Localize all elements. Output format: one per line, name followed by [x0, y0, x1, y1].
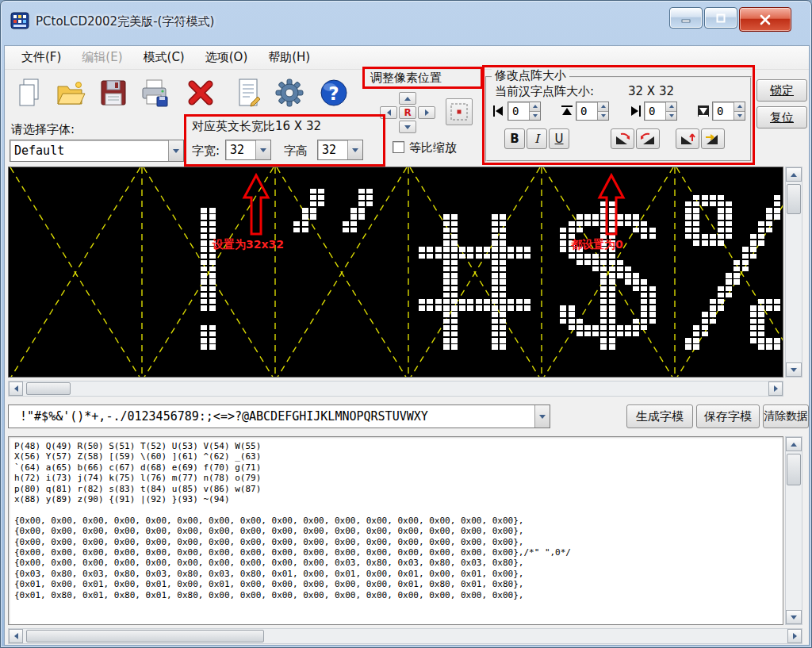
pixel-block[interactable]	[693, 208, 699, 213]
pixel-block[interactable]	[774, 338, 780, 343]
pixel-block[interactable]	[492, 228, 498, 232]
pixel-block[interactable]	[443, 312, 450, 316]
pixel-block[interactable]	[500, 221, 506, 226]
pixel-block[interactable]	[718, 305, 724, 310]
pixel-block[interactable]	[500, 293, 506, 297]
pixel-block[interactable]	[443, 260, 450, 265]
output-area[interactable]: P(48) Q(49) R(50) S(51) T(52) U(53) V(54…	[8, 436, 783, 625]
scroll-down-button[interactable]	[786, 610, 802, 624]
pixel-block[interactable]	[766, 208, 772, 213]
pixel-block[interactable]	[209, 344, 216, 349]
spin-up-button[interactable]	[666, 102, 676, 111]
pixel-block[interactable]	[625, 273, 631, 278]
pixel-block[interactable]	[641, 234, 647, 239]
pixel-block[interactable]	[766, 299, 772, 304]
menu-item-file[interactable]: 文件(F)	[11, 47, 71, 68]
pixel-block[interactable]	[609, 344, 615, 349]
pixel-block[interactable]	[633, 279, 639, 284]
pixel-block[interactable]	[451, 286, 458, 291]
pixel-block[interactable]	[576, 221, 583, 226]
pixel-block[interactable]	[693, 221, 699, 226]
pixel-block[interactable]	[492, 247, 498, 251]
pixel-block[interactable]	[774, 344, 780, 349]
pixel-block[interactable]	[459, 247, 465, 251]
pixel-block[interactable]	[435, 299, 442, 304]
pixel-block[interactable]	[600, 286, 607, 291]
pixel-block[interactable]	[358, 201, 365, 206]
pixel-block[interactable]	[201, 344, 207, 349]
pixel-block[interactable]	[600, 305, 607, 310]
pixel-block[interactable]	[419, 247, 425, 251]
pixel-block[interactable]	[500, 228, 506, 232]
pixel-block[interactable]	[310, 201, 316, 206]
char-height-combobox[interactable]: 32	[317, 140, 363, 160]
pixel-block[interactable]	[758, 228, 764, 232]
pixel-block[interactable]	[710, 195, 716, 200]
pixel-block[interactable]	[726, 234, 732, 239]
pixel-block[interactable]	[201, 228, 207, 232]
pixel-block[interactable]	[774, 305, 780, 310]
pixel-block[interactable]	[718, 195, 724, 200]
pixel-block[interactable]	[569, 312, 575, 316]
scroll-left-button[interactable]	[9, 382, 23, 396]
pixel-block[interactable]	[302, 214, 308, 219]
pixel-block[interactable]	[201, 214, 207, 219]
pixel-block[interactable]	[201, 305, 207, 310]
pixel-block[interactable]	[209, 279, 216, 284]
char-width-dropdown-button[interactable]	[255, 140, 270, 159]
close-button[interactable]	[739, 7, 791, 32]
pixel-block[interactable]	[718, 240, 724, 245]
pixel-block[interactable]	[310, 189, 316, 194]
pixel-block[interactable]	[633, 273, 639, 278]
pixel-block[interactable]	[783, 325, 783, 330]
spin-up-button[interactable]	[530, 102, 540, 111]
pixel-block[interactable]	[500, 240, 506, 245]
pixel-block[interactable]	[609, 293, 615, 297]
pixel-block[interactable]	[201, 266, 207, 271]
pixel-block[interactable]	[435, 254, 442, 259]
pixel-block[interactable]	[649, 228, 656, 232]
trim-bottom-spinner[interactable]: 0	[712, 102, 745, 121]
pixel-block[interactable]	[500, 332, 506, 336]
font-combobox[interactable]: Default	[10, 140, 184, 162]
pixel-block[interactable]	[560, 240, 566, 245]
pixel-block[interactable]	[492, 293, 498, 297]
new-file-button[interactable]	[11, 75, 48, 111]
pixel-block[interactable]	[419, 305, 425, 310]
pixel-block[interactable]	[293, 221, 300, 226]
canvas-hscroll-thumb[interactable]	[26, 382, 71, 395]
help-button[interactable]: ?	[316, 75, 352, 111]
spin-down-button[interactable]	[598, 111, 608, 121]
pixel-block[interactable]	[742, 254, 749, 259]
pixel-block[interactable]	[500, 299, 506, 304]
pixel-block[interactable]	[500, 260, 506, 265]
pixel-block[interactable]	[609, 260, 615, 265]
pixel-block[interactable]	[467, 305, 473, 310]
pixel-block[interactable]	[600, 273, 607, 278]
pixel-block[interactable]	[702, 312, 708, 316]
pixel-block[interactable]	[500, 344, 506, 349]
pixel-block[interactable]	[492, 332, 498, 336]
scroll-left-button[interactable]	[9, 629, 23, 643]
pixel-block[interactable]	[201, 273, 207, 278]
pixel-block[interactable]	[350, 228, 357, 232]
pixel-block[interactable]	[609, 305, 615, 310]
pixel-block[interactable]	[318, 189, 324, 194]
pixel-block[interactable]	[750, 234, 756, 239]
pixel-block[interactable]	[500, 305, 506, 310]
pixel-block[interactable]	[750, 247, 756, 251]
minimize-button[interactable]	[669, 7, 703, 29]
pixel-block[interactable]	[702, 234, 708, 239]
pixel-block[interactable]	[443, 338, 450, 343]
pixel-block[interactable]	[702, 240, 708, 245]
settings-button[interactable]	[271, 75, 308, 111]
pixel-block[interactable]	[758, 305, 764, 310]
pixel-block[interactable]	[492, 260, 498, 265]
pixel-block[interactable]	[476, 299, 482, 304]
pixel-block[interactable]	[783, 338, 783, 343]
charset-combobox[interactable]	[8, 405, 550, 428]
pixel-block[interactable]	[492, 338, 498, 343]
pixel-block[interactable]	[726, 208, 732, 213]
pixel-block[interactable]	[443, 221, 450, 226]
pixel-block[interactable]	[516, 254, 523, 259]
